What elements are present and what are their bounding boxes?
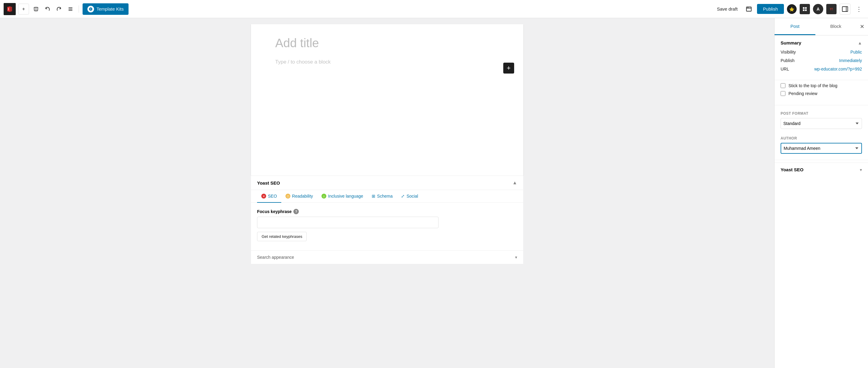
- yoast-seo-sidebar-title: Yoast SEO: [781, 167, 804, 172]
- sidebar: Post Block ✕ Summary ▲ Visibility Public…: [774, 18, 868, 368]
- visibility-value[interactable]: Public: [850, 50, 862, 54]
- yoast-seo-chevron: ▾: [860, 167, 862, 172]
- editor-body-placeholder: Type / to choose a block: [275, 59, 331, 65]
- editor-body-area[interactable]: Type / to choose a block +: [251, 56, 523, 80]
- social-icon: ⤢: [401, 194, 405, 199]
- toolbar: + Templ: [0, 0, 868, 18]
- list-view-button[interactable]: [66, 4, 75, 13]
- post-format-select[interactable]: Standard Aside Chat Gallery Image Link Q…: [781, 118, 862, 129]
- search-appearance-row[interactable]: Search appearance ▾: [251, 250, 523, 264]
- editor-title-area: Add title: [251, 24, 523, 56]
- seo-status-dot: ✕: [261, 194, 266, 199]
- publish-row: Publish Immediately: [781, 58, 862, 63]
- divider-2: [775, 160, 868, 160]
- sidebar-close-button[interactable]: ✕: [856, 20, 868, 34]
- author-label: AUTHOR: [781, 136, 862, 140]
- publish-value[interactable]: Immediately: [839, 58, 862, 63]
- pending-review-label: Pending review: [788, 91, 817, 96]
- schema-icon: ⊞: [372, 194, 375, 199]
- svg-rect-10: [805, 7, 807, 8]
- divider-1: [775, 105, 868, 105]
- editor-canvas: Add title Type / to choose a block +: [251, 24, 523, 175]
- summary-section: Summary ▲ Visibility Public Publish Imme…: [775, 35, 868, 80]
- visibility-label: Visibility: [781, 50, 796, 54]
- yoast-body: Focus keyphrase ? Get related keyphrases: [251, 203, 523, 247]
- plugin-icon-1[interactable]: [787, 4, 797, 14]
- summary-title: Summary: [781, 40, 801, 46]
- inclusive-status-dot: ☺: [321, 194, 326, 199]
- plugin-icon-3[interactable]: A: [813, 4, 823, 14]
- editor-add-block-button[interactable]: +: [503, 63, 514, 74]
- svg-rect-11: [803, 9, 805, 10]
- publish-label: Publish: [781, 58, 795, 63]
- post-format-label: POST FORMAT: [781, 111, 862, 116]
- svg-rect-6: [746, 7, 751, 11]
- save-draft-button[interactable]: Save draft: [714, 4, 740, 13]
- post-format-section: POST FORMAT Standard Aside Chat Gallery …: [775, 108, 868, 133]
- tab-seo[interactable]: ✕ SEO: [257, 190, 281, 203]
- summary-collapse-icon: ▲: [858, 40, 862, 46]
- svg-point-5: [90, 8, 91, 9]
- sidebar-toggle-button[interactable]: [840, 4, 850, 15]
- yoast-seo-title: Yoast SEO: [257, 180, 280, 186]
- readability-status-dot: ☹: [285, 194, 290, 199]
- editor-area: Add title Type / to choose a block + Yoa…: [0, 18, 774, 368]
- focus-keyphrase-label: Focus keyphrase ?: [257, 209, 517, 214]
- tab-inclusive-language[interactable]: ☺ Inclusive language: [317, 190, 368, 203]
- sidebar-tab-row: Post Block ✕: [775, 18, 868, 35]
- tools-button[interactable]: [31, 4, 40, 13]
- search-appearance-chevron: ▾: [515, 255, 517, 260]
- preview-button[interactable]: [744, 4, 754, 14]
- post-title-input[interactable]: Add title: [275, 36, 499, 50]
- pending-review-checkbox[interactable]: [781, 91, 785, 96]
- separator-1: [79, 5, 79, 13]
- redo-button[interactable]: [55, 4, 63, 13]
- yoast-collapse-icon: ▲: [512, 180, 517, 186]
- add-block-button[interactable]: +: [18, 4, 29, 15]
- author-arrow-indicator: Muhammad Ameen: [781, 143, 862, 154]
- wp-logo: [4, 3, 16, 15]
- plugin-icon-4[interactable]: Y!: [826, 4, 837, 14]
- tab-block[interactable]: Block: [815, 18, 856, 35]
- svg-rect-13: [842, 7, 848, 11]
- get-related-keyphrases-button[interactable]: Get related keyphrases: [257, 232, 307, 241]
- yoast-seo-sidebar-section: Yoast SEO ▾: [775, 163, 868, 176]
- more-options-button[interactable]: ⋮: [854, 4, 864, 14]
- stick-to-top-label: Stick to the top of the blog: [788, 83, 837, 88]
- publish-button[interactable]: Publish: [757, 4, 784, 14]
- url-value[interactable]: wp-educator.com/?p=992: [814, 66, 862, 72]
- stick-to-top-checkbox[interactable]: [781, 83, 785, 88]
- template-kits-icon: [87, 6, 94, 12]
- yoast-seo-header[interactable]: Yoast SEO ▲: [251, 176, 523, 190]
- pending-review-row: Pending review: [775, 91, 868, 100]
- stick-to-top-row: Stick to the top of the blog: [775, 80, 868, 88]
- plugin-icon-2[interactable]: [800, 4, 810, 14]
- author-select[interactable]: Muhammad Ameen: [781, 143, 862, 154]
- url-label: URL: [781, 66, 789, 72]
- tab-readability[interactable]: ☹ Readability: [281, 190, 317, 203]
- undo-button[interactable]: [43, 4, 52, 13]
- main-wrapper: Add title Type / to choose a block + Yoa…: [0, 18, 868, 368]
- tab-social[interactable]: ⤢ Social: [397, 190, 422, 203]
- svg-rect-9: [803, 7, 805, 8]
- yoast-tabs: ✕ SEO ☹ Readability ☺ Inclusive language…: [251, 190, 523, 203]
- author-section: AUTHOR Muhammad Ameen: [775, 133, 868, 158]
- yoast-seo-sidebar-header[interactable]: Yoast SEO ▾: [781, 167, 862, 172]
- visibility-row: Visibility Public: [781, 50, 862, 54]
- tab-schema[interactable]: ⊞ Schema: [368, 190, 397, 203]
- yoast-seo-panel: Yoast SEO ▲ ✕ SEO ☹ Readability ☺ Inclus…: [251, 175, 523, 264]
- template-kits-button[interactable]: Template Kits: [83, 3, 128, 15]
- tab-post[interactable]: Post: [775, 18, 815, 35]
- toolbar-right: Save draft Publish A: [714, 4, 864, 15]
- focus-keyphrase-input[interactable]: [257, 217, 438, 228]
- focus-keyphrase-help-icon[interactable]: ?: [293, 209, 299, 214]
- summary-header[interactable]: Summary ▲: [781, 40, 862, 46]
- url-row: URL wp-educator.com/?p=992: [781, 66, 862, 72]
- svg-rect-12: [805, 9, 807, 10]
